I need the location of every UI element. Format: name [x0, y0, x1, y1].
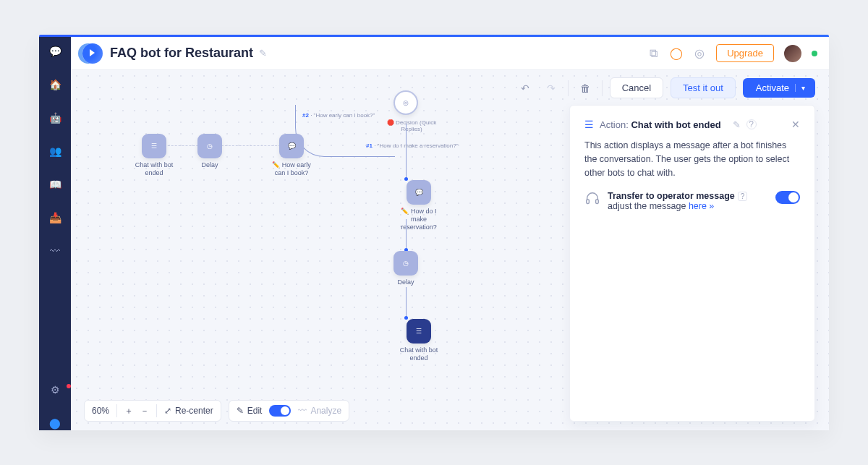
analyze-mode-button[interactable]: 〰 Analyze	[298, 406, 341, 416]
sidebar-settings-icon[interactable]: ⚙	[48, 383, 62, 397]
sidebar-brand-icon[interactable]: ⬤	[48, 416, 62, 430]
sidebar-knowledge-icon[interactable]: 📖	[48, 177, 62, 192]
edge-v1	[406, 124, 407, 179]
transfer-title: Transfer to operator message	[608, 191, 735, 201]
loading-icon[interactable]: ◯	[670, 47, 683, 60]
node-label: Delay	[393, 278, 418, 286]
activate-caret-icon[interactable]: ▾	[795, 84, 805, 92]
topbar: FAQ bot for Restaurant ✎ ⧉ ◯ ◎ Upgrade	[71, 37, 829, 70]
node-decision[interactable]: ◎	[393, 90, 418, 118]
broadcast-icon[interactable]: ◎	[693, 47, 706, 60]
sidebar-home-icon[interactable]: 🏠	[48, 77, 62, 92]
panel-help-icon[interactable]: ?	[746, 119, 757, 129]
topbar-right: ⧉ ◯ ◎ Upgrade	[647, 44, 817, 62]
action-panel: ☰ Action: Chat with bot ended ✎ ? ✕ This…	[569, 105, 815, 422]
zoom-group: 60% ＋ － ⤢ Re-center	[84, 400, 221, 422]
edit-mode-button[interactable]: ✎ Edit	[237, 406, 263, 416]
sidebar-conversations-icon[interactable]: 💬	[48, 44, 62, 59]
clock-icon: ◷	[393, 251, 418, 276]
zoom-out-button[interactable]: －	[140, 405, 149, 417]
clock-icon: ◷	[197, 134, 222, 158]
edit-label: Edit	[247, 406, 263, 416]
presence-indicator	[812, 51, 817, 56]
node-early-book[interactable]: 💬 ✏️ How early can I book?	[266, 134, 317, 177]
analyze-label: Analyze	[310, 406, 341, 416]
sidebar-inbox-icon[interactable]: 📥	[48, 210, 62, 225]
transfer-subtext: adjust the message	[608, 201, 689, 211]
node-label: ✏️ How early can I book?	[266, 161, 317, 177]
transfer-text: Transfer to operator message? adjust the…	[608, 191, 747, 211]
panel-title-text: Chat with bot ended	[631, 119, 720, 130]
sidebar-analytics-icon[interactable]: 〰	[48, 244, 62, 258]
canvas-actions: ↶ ↷ 🗑 Cancel Test it out Activate ▾	[516, 77, 815, 98]
decision-icon: ◎	[393, 90, 418, 115]
node-label: Chat with bot ended	[129, 161, 179, 177]
bottom-toolbar: 60% ＋ － ⤢ Re-center ✎ Edit 〰 Analyze	[84, 400, 349, 422]
sidebar-bots-icon[interactable]: 🤖	[48, 111, 62, 125]
avatar[interactable]	[784, 45, 801, 62]
node-delay-1[interactable]: ◷ Delay	[197, 134, 222, 169]
page-title: FAQ bot for Restaurant	[110, 46, 253, 61]
action-type-icon: ☰	[584, 119, 594, 130]
node-label: Delay	[197, 161, 222, 169]
panel-header: ☰ Action: Chat with bot ended ✎ ? ✕	[584, 119, 800, 130]
rename-icon[interactable]: ✎	[259, 48, 267, 59]
app-frame: 💬 🏠 🤖 👥 📖 📥 〰 ⚙ ⬤ FAQ bot for Restaurant…	[39, 35, 829, 430]
activate-label: Activate	[756, 82, 789, 93]
activate-button[interactable]: Activate ▾	[743, 78, 815, 98]
node-chat-ended-main[interactable]: ☰ Chat with bot ended	[393, 319, 444, 362]
cancel-button[interactable]: Cancel	[610, 77, 663, 98]
panel-edit-icon[interactable]: ✎	[733, 119, 741, 130]
recenter-label: Re-center	[175, 406, 213, 416]
chat-icon: 💬	[279, 134, 304, 158]
duplicate-icon[interactable]: ⧉	[647, 47, 660, 60]
message-icon: ☰	[142, 134, 166, 158]
zoom-in-button[interactable]: ＋	[124, 405, 133, 417]
app-logo	[82, 43, 103, 64]
separator	[602, 80, 603, 96]
svg-rect-1	[596, 200, 599, 204]
node-chat-ended-left[interactable]: ☰ Chat with bot ended	[129, 134, 179, 177]
mode-toggle[interactable]	[269, 405, 291, 417]
edge-2-label: #2 · "How early can I book?"	[302, 112, 375, 119]
zoom-level: 60%	[92, 406, 109, 416]
mode-group: ✎ Edit 〰 Analyze	[229, 400, 349, 422]
delete-icon[interactable]: 🗑	[576, 79, 595, 98]
separator	[568, 80, 569, 96]
svg-rect-0	[587, 200, 590, 204]
sidebar: 💬 🏠 🤖 👥 📖 📥 〰 ⚙ ⬤	[39, 37, 71, 430]
message-check-icon: ☰	[407, 319, 431, 344]
recenter-button[interactable]: ⤢ Re-center	[164, 406, 213, 416]
transfer-help-icon[interactable]: ?	[738, 192, 748, 201]
panel-close-icon[interactable]: ✕	[791, 119, 800, 130]
sidebar-contacts-icon[interactable]: 👥	[48, 144, 62, 158]
transfer-here-link[interactable]: here »	[689, 201, 714, 211]
edge-1-label: #1 · "How do I make a reservation?"	[366, 142, 459, 149]
upgrade-button[interactable]: Upgrade	[716, 44, 774, 62]
node-delay-2[interactable]: ◷ Delay	[393, 251, 418, 286]
transfer-row: Transfer to operator message? adjust the…	[584, 191, 800, 211]
transfer-toggle[interactable]	[775, 191, 800, 204]
node-make-reservation[interactable]: 💬 ✏️ How do I make reservation?	[393, 180, 444, 231]
node-label: Chat with bot ended	[393, 346, 444, 362]
flow-canvas[interactable]: ↶ ↷ 🗑 Cancel Test it out Activate ▾ ☰ Ac…	[71, 70, 829, 430]
redo-icon[interactable]: ↷	[542, 79, 561, 98]
test-button[interactable]: Test it out	[671, 77, 736, 98]
panel-title: Action: Chat with bot ended	[600, 119, 721, 130]
node-label: ✏️ How do I make reservation?	[393, 208, 444, 231]
panel-title-prefix: Action:	[600, 119, 629, 130]
headset-icon	[584, 191, 600, 207]
chat-icon: 💬	[407, 180, 431, 205]
undo-icon[interactable]: ↶	[516, 79, 535, 98]
panel-description: This action displays a message after a b…	[584, 139, 800, 179]
